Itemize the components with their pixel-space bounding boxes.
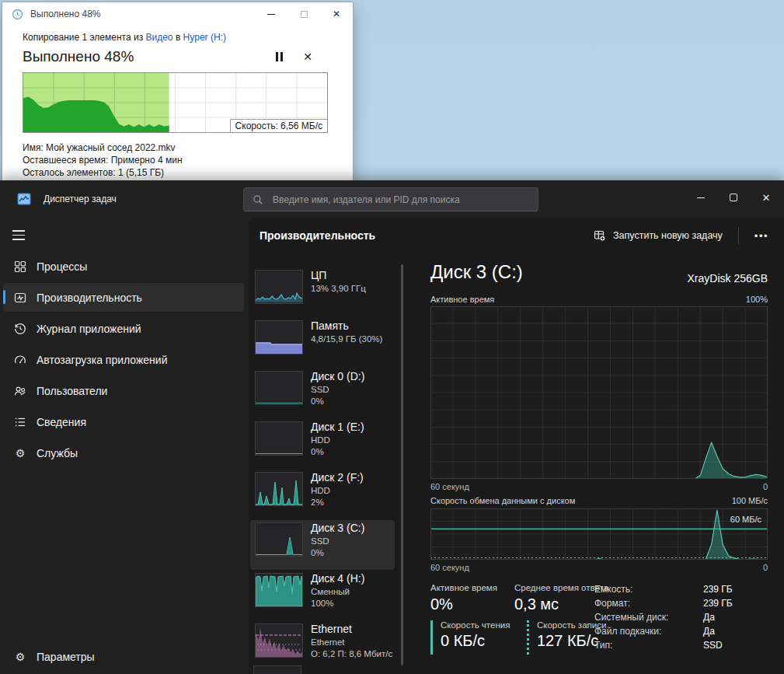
task-manager-title: Диспетчер задач (44, 194, 117, 204)
system-disk-label: Системный диск: (594, 612, 668, 623)
window-maximize-button[interactable] (717, 182, 750, 213)
perf-item-disk4[interactable]: Диск 4 (H:) Сменный 100% (250, 571, 395, 620)
sidebar-item-startup-apps[interactable]: Автозагрузка приложений (3, 345, 244, 374)
next-perf-item-partial[interactable] (253, 665, 301, 674)
copy-status-line: Копирование 1 элемента из Видео в Hyper … (23, 32, 353, 43)
perf-item-disk1[interactable]: Диск 1 (E:) HDD 0% (250, 419, 395, 469)
search-icon (253, 194, 263, 205)
chart1-max-label: 100% (746, 295, 768, 304)
perf-item-cpu[interactable]: ЦП 13% 3,90 ГГц (250, 267, 395, 317)
perf-item-ethernet[interactable]: Ethernet Ethernet О: 6,2 П: 8,6 Мбит/с (250, 621, 395, 671)
history-clock-icon (14, 323, 26, 335)
details-list-icon (14, 416, 26, 428)
copy-speed-label: Скорость: 6,56 МБ/с (230, 119, 327, 132)
window-close-button[interactable]: ✕ (750, 182, 782, 213)
sidebar-item-processes[interactable]: Процессы (3, 252, 244, 281)
sidebar-label: Автозагрузка приложений (37, 354, 168, 366)
navigation-menu-icon[interactable] (12, 227, 25, 243)
sidebar-item-services[interactable]: ⚙ Службы (3, 438, 244, 467)
perf-item-memory[interactable]: Память 4,8/15,9 ГБ (30%) (250, 318, 395, 368)
copy-source-link[interactable]: Видео (145, 32, 172, 43)
run-new-task-label: Запустить новую задачу (613, 230, 723, 241)
read-speed-block: Скорость чтения 0 КБ/с (430, 620, 510, 655)
page-title: Производительность (260, 229, 375, 242)
run-new-task-button[interactable]: Запустить новую задачу (586, 225, 730, 246)
ethernet-thumbnail-graph (255, 623, 303, 658)
window-minimize-button[interactable] (685, 182, 717, 213)
sidebar-label: Журнал приложений (37, 323, 141, 335)
task-manager-window: Диспетчер задач ✕ Процессы Производитель… (0, 180, 784, 674)
sidebar-item-performance[interactable]: Производительность (3, 283, 244, 312)
capacity-value: 239 ГБ (703, 584, 733, 595)
pause-icon[interactable] (276, 52, 283, 61)
page-file-value: Да (703, 626, 715, 637)
sidebar-label: Пользователи (37, 385, 107, 397)
disk1-thumbnail-graph (255, 421, 303, 456)
perf-list-scrollbar[interactable] (401, 264, 403, 665)
more-options-button[interactable]: ••• (747, 227, 776, 245)
chart2-x-right: 0 (763, 563, 768, 572)
capacity-label: Емкость: (594, 584, 632, 595)
disk4-thumbnail-graph (255, 573, 303, 607)
desktop: { "copy_dialog": { "title": "Выполнено 4… (0, 0, 784, 674)
performance-icon (14, 292, 26, 304)
sidebar-label: Производительность (37, 292, 142, 304)
services-gear-icon: ⚙ (14, 447, 26, 459)
sidebar-item-settings[interactable]: ⚙ Параметры (3, 642, 244, 671)
transfer-rate-chart-header: Скорость обмена данными с диском 100 МБ/… (430, 496, 768, 505)
active-time-chart-header: Активное время 100% (430, 295, 768, 304)
dialog-minimize-button[interactable] (255, 2, 287, 26)
sidebar-item-app-history[interactable]: Журнал приложений (3, 314, 244, 343)
copy-progress-heading: Выполнено 48% (23, 48, 276, 65)
sidebar-label: Службы (37, 447, 78, 459)
read-speed-label: Скорость чтения (441, 620, 510, 630)
disk0-thumbnail-graph (255, 371, 303, 405)
processes-icon (14, 260, 26, 273)
active-time-stat-value: 0% (430, 595, 453, 613)
cpu-thumbnail-graph (255, 270, 303, 304)
sidebar-label: Процессы (37, 260, 87, 273)
active-time-chart (430, 306, 768, 479)
read-speed-value: 0 КБ/с (441, 632, 510, 650)
disk-model-label: XrayDisk 256GB (688, 272, 768, 285)
copy-status-middle: в (176, 32, 180, 43)
sidebar-label: Сведения (37, 416, 86, 428)
system-disk-value: Да (703, 612, 715, 623)
speedometer-icon (14, 354, 26, 366)
disk-type-label: Тип: (594, 640, 612, 651)
performance-panel: Производительность Запустить новую задач… (249, 218, 784, 674)
task-manager-app-icon (17, 192, 31, 206)
perf-item-disk3-selected[interactable]: Диск 3 (C:) SSD 0% (250, 520, 395, 570)
copy-progress-dialog: Выполнено 48% ✕ Копирование 1 элемента и… (2, 2, 354, 188)
copy-items-remaining-row: Осталось элементов: 1 (5,15 ГБ) (23, 166, 353, 179)
page-file-label: Файл подкачки: (594, 626, 661, 637)
new-task-icon (594, 229, 606, 242)
sidebar-item-details[interactable]: Сведения (3, 407, 244, 436)
chart1-x-right: 0 (763, 482, 768, 491)
sidebar-label: Параметры (37, 651, 95, 663)
chart1-label: Активное время (430, 295, 494, 304)
chart1-x-left: 60 секунд (430, 482, 469, 491)
copy-dialog-title: Выполнено 48% (30, 9, 255, 19)
search-box[interactable] (243, 187, 538, 211)
perf-item-disk2[interactable]: Диск 2 (F:) HDD 2% (250, 470, 395, 519)
formatted-label: Формат: (594, 598, 630, 609)
copy-dialog-titlebar: Выполнено 48% ✕ (2, 2, 353, 26)
chart2-x-left: 60 секунд (430, 563, 469, 572)
copy-destination-link[interactable]: Hyper (H:) (183, 32, 226, 43)
perf-item-disk0[interactable]: Диск 0 (D:) SSD 0% (250, 368, 395, 418)
cancel-copy-icon[interactable]: ✕ (303, 51, 312, 63)
disk3-thumbnail-graph (255, 522, 303, 557)
chart2-reference-label: 60 МБ/с (684, 515, 761, 524)
chart2-x-axis: 60 секунд 0 (430, 563, 768, 572)
chart2-max-label: 100 МБ/с (732, 496, 768, 505)
active-time-stat-label: Активное время (430, 583, 497, 592)
search-input[interactable] (271, 194, 529, 206)
detail-title: Диск 3 (C:) (430, 261, 523, 283)
dialog-close-button[interactable]: ✕ (320, 2, 353, 26)
settings-gear-icon: ⚙ (14, 651, 26, 663)
sidebar-item-users[interactable]: Пользователи (3, 376, 244, 405)
actions-divider (738, 227, 739, 244)
response-time-stat-value: 0,3 мс (514, 595, 559, 613)
disk2-thumbnail-graph (255, 472, 303, 506)
